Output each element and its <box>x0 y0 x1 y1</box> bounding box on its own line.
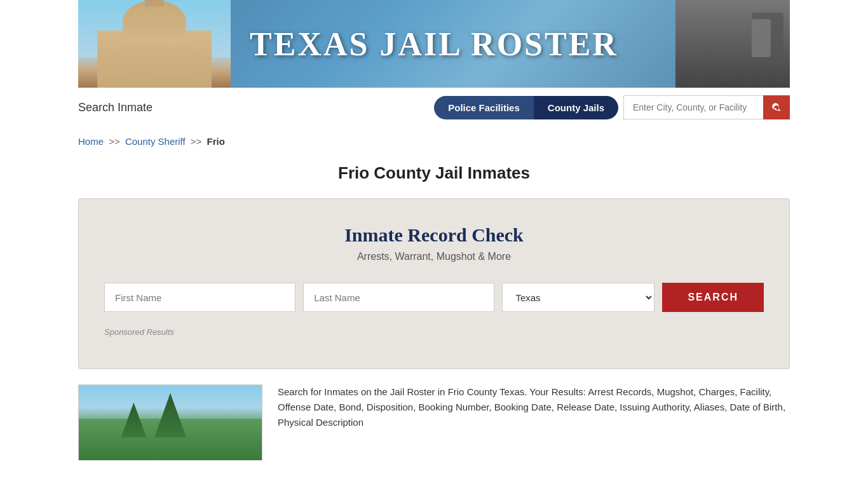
facility-search-button[interactable] <box>763 95 790 119</box>
page-title: Frio County Jail Inmates <box>0 163 868 183</box>
capitol-image <box>78 0 231 88</box>
record-check-box: Inmate Record Check Arrests, Warrant, Mu… <box>78 198 790 369</box>
breadcrumb-current: Frio <box>207 136 225 147</box>
state-select[interactable]: AlabamaAlaskaArizonaArkansasCaliforniaCo… <box>502 283 654 312</box>
site-title: Texas Jail Roster <box>250 25 618 63</box>
last-name-input[interactable] <box>303 283 494 312</box>
breadcrumb-sep1: >> <box>109 136 120 147</box>
breadcrumb-county-sheriff[interactable]: County Sheriff <box>125 136 186 147</box>
facility-search-input[interactable] <box>623 95 763 119</box>
county-jails-button[interactable]: County Jails <box>534 96 618 119</box>
bottom-description: Search for Inmates on the Jail Roster in… <box>278 384 790 461</box>
search-icon <box>771 102 782 113</box>
record-check-title: Inmate Record Check <box>104 224 764 246</box>
police-facilities-button[interactable]: Police Facilities <box>434 96 534 119</box>
nav-right: Police Facilities County Jails <box>434 95 790 119</box>
navbar: Search Inmate Police Facilities County J… <box>78 88 790 127</box>
breadcrumb-home[interactable]: Home <box>78 136 104 147</box>
first-name-input[interactable] <box>104 283 295 312</box>
record-check-form: AlabamaAlaskaArizonaArkansasCaliforniaCo… <box>104 283 764 312</box>
county-image <box>78 384 262 461</box>
jail-keys-image <box>675 0 790 88</box>
record-check-subtitle: Arrests, Warrant, Mugshot & More <box>104 251 764 262</box>
record-search-button[interactable]: SEARCH <box>662 283 764 312</box>
facility-search-wrap <box>623 95 790 119</box>
breadcrumb: Home >> County Sheriff >> Frio <box>78 127 790 153</box>
sponsored-results: Sponsored Results <box>104 327 764 337</box>
header-banner: Texas Jail Roster <box>78 0 790 88</box>
breadcrumb-sep2: >> <box>191 136 202 147</box>
bottom-section: Search for Inmates on the Jail Roster in… <box>78 384 790 461</box>
search-inmate-label: Search Inmate <box>78 101 153 114</box>
